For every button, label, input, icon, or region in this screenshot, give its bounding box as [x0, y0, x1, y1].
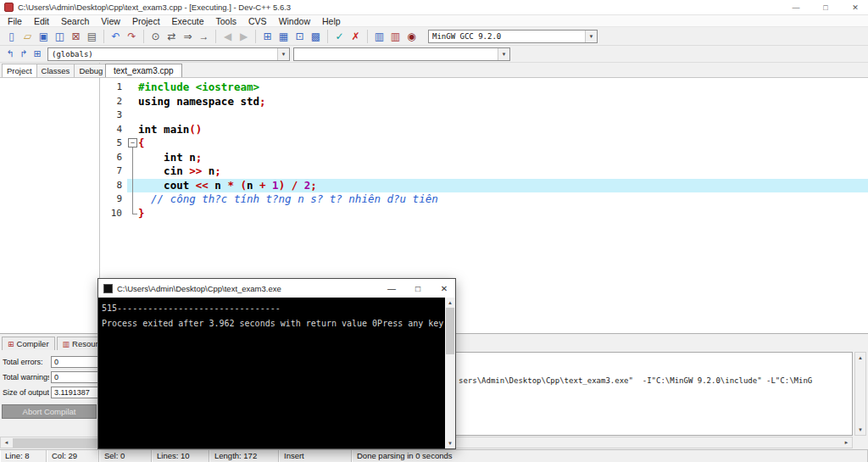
code-token: {: [138, 136, 145, 149]
code-token: cout: [138, 179, 196, 192]
scroll-down-icon[interactable]: ▼: [855, 425, 866, 435]
console-line: Process exited after 3.962 seconds with …: [102, 319, 377, 328]
find-next-icon[interactable]: ⇒: [180, 29, 196, 44]
app-icon: [4, 3, 14, 12]
sidebar-tabs: ProjectClassesDebug: [0, 63, 100, 77]
delete-profiling-icon[interactable]: ◉: [403, 29, 420, 44]
globals-select-value: (globals): [52, 50, 93, 58]
console-scroll-up-icon[interactable]: ▲: [445, 298, 456, 308]
tab-text-exam3-cpp[interactable]: text_exam3.cpp: [105, 64, 182, 77]
chevron-down-icon[interactable]: ▼: [585, 31, 597, 42]
code-token: n: [183, 151, 196, 164]
globals-select[interactable]: (globals) ▼: [47, 47, 290, 61]
menu-item-view[interactable]: View: [95, 15, 126, 27]
toolbar-separator: [327, 30, 328, 43]
close-icon[interactable]: ✕: [843, 0, 868, 15]
menu-item-file[interactable]: File: [2, 15, 28, 27]
redo-icon[interactable]: ↷: [124, 29, 140, 44]
status-lines: Lines: 10: [152, 450, 209, 462]
chevron-down-icon[interactable]: ▼: [498, 48, 509, 60]
menu-item-search[interactable]: Search: [55, 15, 95, 27]
close-file-icon[interactable]: ⊠: [68, 29, 84, 44]
abort-compilation-button[interactable]: Abort Compilat: [2, 404, 97, 419]
window-title: C:\Users\Admin\Desktop\Cpp\text_exam3.cp…: [18, 3, 779, 12]
code-token: *: [227, 179, 234, 192]
line-number: 2: [100, 95, 127, 109]
menu-item-edit[interactable]: Edit: [28, 15, 55, 27]
scroll-right-icon[interactable]: ►: [841, 437, 852, 448]
maximize-icon[interactable]: □: [813, 0, 838, 15]
console-maximize-icon[interactable]: □: [407, 279, 429, 298]
project-panel[interactable]: [0, 78, 100, 333]
fold-line: [132, 151, 133, 165]
menu-item-window[interactable]: Window: [273, 15, 316, 27]
code-token: #include <iostream>: [138, 81, 259, 93]
compile-icon[interactable]: ⊞: [259, 29, 275, 44]
menu-item-cvs[interactable]: CVS: [242, 15, 273, 27]
profiling-results-icon[interactable]: ▥: [387, 29, 403, 44]
scroll-left-icon[interactable]: ◄: [1, 437, 12, 448]
tab-classes[interactable]: Classes: [36, 64, 75, 77]
title-bar: C:\Users\Admin\Desktop\Cpp\text_exam3.cp…: [0, 0, 868, 15]
scroll-up-icon[interactable]: ▲: [855, 353, 866, 363]
code-token: >>: [189, 164, 202, 177]
profile-icon[interactable]: ▥: [371, 29, 387, 44]
class-browser-icon[interactable]: ⊞: [31, 47, 44, 61]
undo-icon[interactable]: ↶: [108, 29, 124, 44]
goto-line-icon[interactable]: →: [196, 29, 212, 44]
tab-project[interactable]: Project: [2, 64, 37, 77]
console-scroll-down-icon[interactable]: ▼: [445, 438, 456, 448]
abort-execution-icon[interactable]: ✗: [348, 29, 364, 44]
goto-declaration-icon[interactable]: ↰: [3, 47, 17, 61]
console-scrollbar[interactable]: ▲ ▼: [445, 298, 455, 448]
code-token: n: [247, 179, 259, 192]
replace-icon[interactable]: ⇄: [164, 29, 180, 44]
goto-implementation-icon[interactable]: ↱: [17, 47, 31, 61]
chevron-down-icon[interactable]: ▼: [277, 48, 289, 60]
code-token: [266, 179, 273, 192]
console-close-icon[interactable]: ✕: [433, 279, 455, 298]
console-minimize-icon[interactable]: —: [381, 279, 403, 298]
save-all-icon[interactable]: ◫: [52, 29, 68, 44]
log-vertical-scrollbar[interactable]: ▲ ▼: [854, 352, 866, 436]
tab-compiler[interactable]: ⊞Compiler: [2, 337, 55, 350]
fold-margin: [127, 207, 138, 221]
new-file-icon[interactable]: ▯: [3, 29, 19, 44]
line-number: 9: [100, 192, 127, 207]
menu-item-project[interactable]: Project: [126, 15, 166, 27]
console-scroll-thumb[interactable]: [446, 308, 454, 354]
minimize-icon[interactable]: —: [783, 0, 809, 15]
console-title-bar[interactable]: C:\Users\Admin\Desktop\Cpp\text_exam3.ex…: [98, 279, 455, 298]
code-line: 1#include <iostream>: [100, 81, 868, 95]
total-warnings-label: Total warnings:: [3, 373, 49, 381]
tab-row: ProjectClassesDebug text_exam3.cpp: [0, 63, 868, 78]
total-warnings-field: Total warnings:: [3, 370, 112, 384]
open-file-icon[interactable]: ▱: [19, 29, 36, 44]
editor-tabs: text_exam3.cpp: [100, 63, 868, 77]
status-message: Done parsing in 0 seconds: [352, 450, 868, 462]
console-line: Press any key to continue . . .: [377, 319, 455, 328]
code-line: 5−{: [100, 136, 868, 151]
compiler-select[interactable]: MinGW GCC 9.2.0 ▼: [428, 30, 598, 43]
console-lines: 515--------------------------------Proce…: [102, 299, 452, 330]
code-text: }: [138, 207, 868, 221]
menu-item-execute[interactable]: Execute: [166, 15, 210, 27]
compile-and-run-icon[interactable]: ⊡: [292, 29, 308, 44]
run-icon[interactable]: ▦: [275, 29, 292, 44]
save-icon[interactable]: ▣: [36, 29, 52, 44]
code-line: 6 int n;: [100, 151, 868, 165]
find-icon[interactable]: ⊙: [147, 29, 164, 44]
fold-margin: [127, 95, 138, 109]
menu-item-help[interactable]: Help: [316, 15, 347, 27]
status-col: Col: 29: [47, 450, 99, 462]
print-icon[interactable]: ▤: [84, 29, 100, 44]
syntax-check-icon[interactable]: ✓: [331, 29, 348, 44]
menu-item-tools[interactable]: Tools: [210, 15, 243, 27]
rebuild-all-icon[interactable]: ▩: [308, 29, 324, 44]
total-errors-field: Total errors:: [3, 355, 112, 369]
fold-margin: [127, 123, 138, 137]
class-browser-toolbar: ↰↱⊞ (globals) ▼ ▼: [0, 46, 868, 63]
members-select[interactable]: ▼: [293, 47, 510, 61]
fold-collapse-icon[interactable]: −: [128, 138, 137, 148]
console-output[interactable]: 515--------------------------------Proce…: [98, 298, 455, 448]
